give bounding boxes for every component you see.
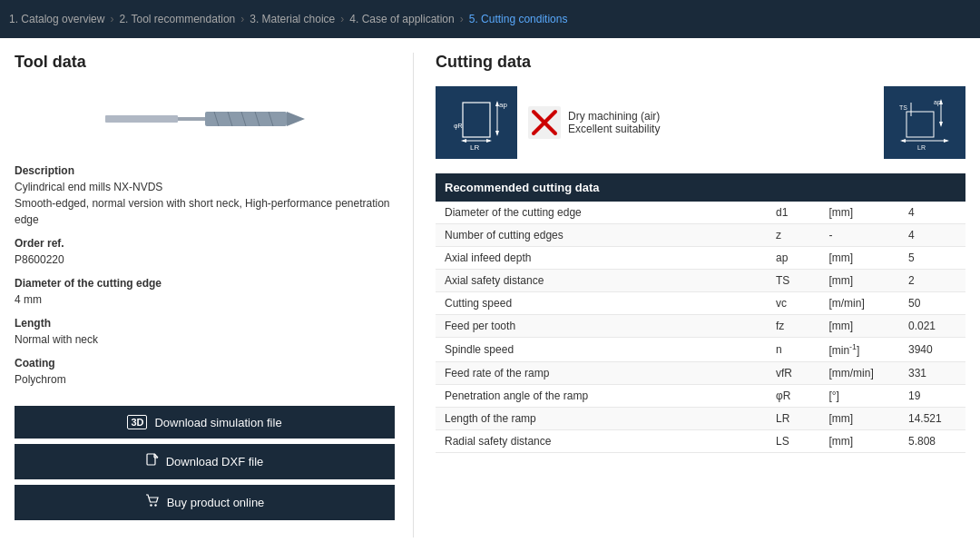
row-value: 5	[899, 247, 965, 270]
row-symbol: vc	[767, 292, 819, 315]
svg-text:LR: LR	[470, 143, 479, 152]
svg-rect-1	[178, 117, 205, 121]
description-label: Description	[15, 164, 395, 177]
dry-machining-icon	[528, 106, 561, 139]
length-value: Normal with neck	[15, 331, 395, 348]
svg-point-14	[154, 504, 156, 506]
row-name: Spindle speed	[436, 338, 767, 362]
row-unit: [mm]	[819, 408, 899, 430]
nav-sep-3: ›	[340, 13, 344, 25]
row-value: 331	[899, 362, 965, 385]
row-value: 4	[899, 202, 965, 224]
table-row: Axial safety distance TS [mm] 2	[436, 270, 965, 292]
row-unit: [m/min]	[819, 292, 899, 315]
cart-icon	[145, 494, 160, 511]
table-row: Feed per tooth fz [mm] 0.021	[436, 315, 965, 338]
svg-marker-24	[486, 139, 492, 143]
table-row: Diameter of the cutting edge d1 [mm] 4	[436, 202, 965, 224]
row-name: Feed rate of the ramp	[436, 362, 767, 385]
table-row: Radial safety distance LS [mm] 5.808	[436, 430, 965, 453]
nav-case-of-application[interactable]: 4. Case of application	[349, 13, 454, 25]
row-name: Feed per tooth	[436, 315, 767, 338]
row-name: Cutting speed	[436, 292, 767, 315]
cutting-data-title: Cutting data	[436, 53, 965, 72]
row-unit: [mm]	[819, 202, 899, 224]
svg-rect-19	[463, 103, 490, 137]
order-ref-value: P8600220	[15, 251, 395, 268]
download-dxf-label: Download DXF file	[166, 455, 264, 468]
row-unit: [°]	[819, 385, 899, 408]
svg-marker-23	[461, 139, 466, 143]
description-line1: Cylindrical end mills NX-NVDS	[15, 179, 395, 195]
right-panel: Cutting data ap φR LR	[414, 53, 965, 537]
buy-product-button[interactable]: Buy product online	[15, 485, 395, 520]
table-row: Penetration angle of the ramp φR [°] 19	[436, 385, 965, 408]
row-name: Axial infeed depth	[436, 247, 767, 270]
diameter-label: Diameter of the cutting edge	[15, 277, 395, 290]
row-symbol: vfR	[767, 362, 819, 385]
row-value: 14.521	[899, 408, 965, 430]
svg-text:φR: φR	[454, 123, 463, 130]
row-unit: [mm]	[819, 315, 899, 338]
order-ref-label: Order ref.	[15, 237, 395, 250]
row-value: 50	[899, 292, 965, 315]
buy-product-label: Buy product online	[167, 496, 265, 509]
row-unit: [mm]	[819, 247, 899, 270]
row-unit: [min-1]	[819, 338, 899, 362]
main-container: Tool data Description	[0, 38, 980, 552]
row-name: Diameter of the cutting edge	[436, 202, 767, 224]
row-symbol: LR	[767, 408, 819, 430]
svg-text:ap: ap	[499, 101, 507, 109]
cutting-detail-svg: TS ap LR	[888, 94, 961, 153]
row-name: Number of cutting edges	[436, 224, 767, 247]
coating-label: Coating	[15, 357, 395, 370]
table-row: Feed rate of the ramp vfR [mm/min] 331	[436, 362, 965, 385]
length-section: Length Normal with neck	[15, 317, 395, 348]
coating-value: Polychrom	[15, 371, 395, 388]
nav-cutting-conditions[interactable]: 5. Cutting conditions	[469, 13, 568, 25]
svg-text:TS: TS	[899, 104, 907, 111]
row-symbol: ap	[767, 247, 819, 270]
nav-catalog-overview[interactable]: 1. Catalog overview	[9, 13, 104, 25]
row-symbol: z	[767, 224, 819, 247]
dry-machining-box: Dry machining (air) Excellent suitabilit…	[528, 106, 660, 139]
tool-image-container	[15, 86, 395, 155]
table-row: Spindle speed n [min-1] 3940	[436, 338, 965, 362]
cutting-images-row: ap φR LR	[436, 86, 965, 159]
svg-rect-0	[105, 115, 178, 123]
nav-sep-2: ›	[240, 13, 244, 25]
nav-tool-recommendation[interactable]: 2. Tool recommendation	[119, 13, 235, 25]
cutting-table-body: Diameter of the cutting edge d1 [mm] 4 N…	[436, 202, 965, 453]
dry-machining-label: Dry machining (air)	[568, 110, 660, 123]
row-name: Axial safety distance	[436, 270, 767, 292]
download-simulation-button[interactable]: 3D Download simulation file	[15, 406, 395, 439]
left-panel: Tool data Description	[15, 53, 414, 537]
row-unit: -	[819, 224, 899, 247]
row-name: Radial safety distance	[436, 430, 767, 453]
cutting-diagram-svg: ap φR LR	[445, 94, 508, 153]
svg-text:LR: LR	[917, 144, 926, 151]
row-value: 2	[899, 270, 965, 292]
row-name: Length of the ramp	[436, 408, 767, 430]
table-row: Cutting speed vc [m/min] 50	[436, 292, 965, 315]
nav-material-choice[interactable]: 3. Material choice	[250, 13, 335, 25]
svg-marker-8	[287, 112, 305, 126]
row-symbol: TS	[767, 270, 819, 292]
dxf-icon	[146, 453, 159, 470]
download-dxf-button[interactable]: Download DXF file	[15, 444, 395, 479]
cutting-diagram-image: ap φR LR	[436, 86, 517, 159]
row-value: 5.808	[899, 430, 965, 453]
cutting-detail-image: TS ap LR	[884, 86, 965, 159]
breadcrumb-nav: 1. Catalog overview › 2. Tool recommenda…	[0, 0, 980, 38]
dry-machining-text: Dry machining (air) Excellent suitabilit…	[568, 110, 660, 135]
svg-marker-18	[495, 131, 499, 136]
cutting-data-table: Recommended cutting data Diameter of the…	[436, 173, 965, 453]
table-row: Length of the ramp LR [mm] 14.521	[436, 408, 965, 430]
order-ref-section: Order ref. P8600220	[15, 237, 395, 268]
svg-rect-2	[205, 112, 287, 126]
table-row: Number of cutting edges z - 4	[436, 224, 965, 247]
diameter-section: Diameter of the cutting edge 4 mm	[15, 277, 395, 308]
length-label: Length	[15, 317, 395, 330]
row-value: 19	[899, 385, 965, 408]
row-symbol: d1	[767, 202, 819, 224]
